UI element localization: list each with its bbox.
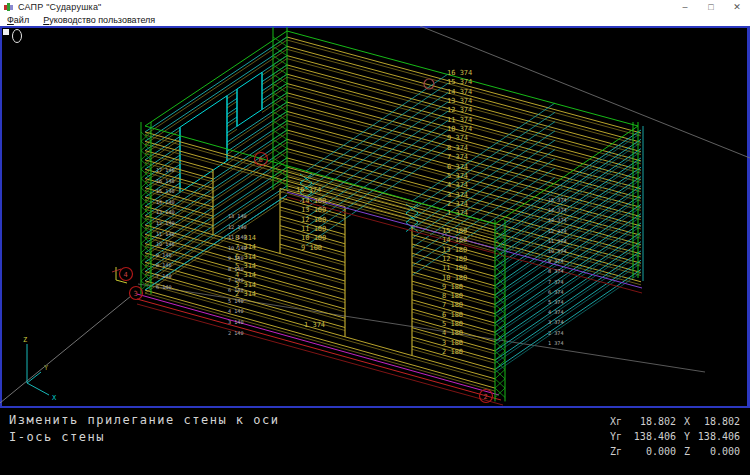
right-wall-row-label: 7 374 [548, 279, 564, 285]
left-wall-row-label: 9 140 [156, 252, 172, 258]
left-wall-course [227, 126, 237, 133]
front-wall-row-label: 9 100 [301, 244, 322, 252]
front-wall-row-label: 4 180 [442, 329, 463, 337]
left-wall-row-label: 14 140 [156, 199, 175, 205]
left-wall-course [227, 111, 237, 118]
front-wall-bottom-label: 1 374 [304, 321, 325, 329]
right-wall-row-label: 5 374 [548, 299, 564, 305]
window-edge [237, 110, 262, 127]
left-wall-row-label: 2 140 [228, 330, 244, 336]
left-wall-row-label: 7 140 [228, 277, 244, 283]
right-wall-row-label: 11 374 [548, 238, 567, 244]
axis-marker-label: 4 [123, 271, 127, 279]
front-wall-row-label: 15 180 [442, 227, 467, 235]
back-wall-row-label: 16 374 [447, 69, 472, 77]
front-wall-top-label: 16 374 [296, 186, 321, 194]
app-window: САПР "Сударушка" – □ ✕ Файл Руководство … [0, 0, 750, 475]
front-wall-row-label: 6 180 [442, 311, 463, 319]
left-wall-course [227, 98, 237, 105]
wall-top-edge [145, 31, 287, 126]
front-wall-row-label: 5 180 [442, 320, 463, 328]
coord-y-row: Yг138.406 Y138.406 [610, 429, 740, 444]
left-wall-row-label: 7 140 [156, 273, 172, 279]
left-wall-row-label: 3 140 [228, 319, 244, 325]
left-wall-row-label: 13 140 [156, 209, 175, 215]
cad-viewport[interactable]: 16 37415 37414 37413 37412 37411 37410 3… [0, 26, 750, 408]
wireframe-drawing[interactable]: 16 37415 37414 37413 37412 37411 37410 3… [0, 26, 750, 408]
right-wall-course [495, 273, 641, 373]
right-wall-row-label: 9 374 [548, 258, 564, 264]
menu-user-guide[interactable]: Руководство пользователя [36, 15, 162, 25]
back-wall-row-label: 9 374 [447, 134, 468, 142]
back-wall-row-label: 6 374 [447, 163, 468, 171]
back-wall-row-label: 13 374 [447, 97, 472, 105]
left-wall-course [227, 117, 237, 124]
left-wall-course [145, 49, 287, 144]
right-wall-row-label: 10 374 [548, 248, 567, 254]
close-button[interactable]: ✕ [724, 0, 750, 14]
status-bar: Изменить прилегание стены к осиI-ось сте… [0, 408, 750, 475]
left-wall-row-label: 5 140 [228, 298, 244, 304]
window-title: САПР "Сударушка" [18, 2, 102, 12]
minimize-button[interactable]: – [672, 0, 698, 14]
front-wall-row-label: 10 180 [442, 274, 467, 282]
left-wall-course [227, 120, 237, 127]
front-wall-row-label: 7 180 [442, 301, 463, 309]
left-wall-row-label: 6 140 [156, 284, 172, 290]
axis-marker-label: 2 [483, 393, 487, 401]
command-prompt: Изменить прилегание стены к осиI-ось сте… [9, 412, 279, 446]
right-wall-course [495, 214, 641, 314]
ucs-x-label: X [52, 394, 57, 402]
menu-bar: Файл Руководство пользователя [0, 14, 750, 26]
left-wall-row-label: 12 140 [156, 220, 175, 226]
right-wall-row-label: 3 374 [548, 319, 564, 325]
back-wall-row-label: 2 374 [447, 200, 468, 208]
back-wall-row-label: 14 374 [447, 88, 472, 96]
back-wall-row-label: 3 374 [447, 191, 468, 199]
left-wall-course [145, 37, 287, 132]
right-wall-row-label: 6 374 [548, 289, 564, 295]
prompt-line-1: Изменить прилегание стены к оси [9, 413, 279, 427]
back-wall-row-label: 12 374 [447, 106, 472, 114]
prompt-line-2: I-ось стены [9, 430, 105, 444]
back-wall-row-label: 15 374 [447, 78, 472, 86]
front-wall-row-label: 3 180 [442, 339, 463, 347]
app-icon [4, 3, 13, 12]
axis-marker-label: 3 [133, 290, 137, 298]
window-edge [180, 96, 227, 127]
right-wall-course [495, 242, 641, 342]
left-wall-row-label: 8 140 [228, 266, 244, 272]
right-wall-row-label: 4 374 [548, 309, 564, 315]
right-wall-course [495, 195, 641, 295]
right-wall-course [495, 263, 641, 363]
left-wall-row-label: 6 140 [228, 287, 244, 293]
menu-file[interactable]: Файл [0, 15, 36, 25]
left-wall-course [227, 129, 237, 136]
axis-line [0, 296, 131, 403]
front-wall-row-label: 11 180 [442, 264, 467, 272]
right-wall-course [495, 254, 641, 354]
left-wall-row-label: 4 140 [228, 308, 244, 314]
left-wall-row-label: 16 140 [156, 178, 175, 184]
right-wall-row-label: 13 374 [548, 217, 567, 223]
left-wall-row-label: 17 140 [156, 167, 175, 173]
right-wall-row-label: 8 374 [548, 268, 564, 274]
right-wall-row-label: 12 374 [548, 228, 567, 234]
layer-zero-indicator [13, 30, 22, 43]
maximize-button[interactable]: □ [698, 0, 724, 14]
left-wall-row-label: 10 140 [228, 245, 247, 251]
right-wall-row-label: 15 374 [548, 197, 567, 203]
front-wall-row-label: 13 100 [301, 206, 326, 214]
right-wall-row-label: 2 374 [548, 330, 564, 336]
right-wall-course [495, 260, 641, 360]
left-wall-course [227, 108, 237, 115]
title-bar: САПР "Сударушка" – □ ✕ [0, 0, 750, 14]
coord-z-row: Zг0.000 Z0.000 [610, 444, 740, 459]
coordinate-readout: Xг18.802 X18.802 Yг138.406 Y138.406 Zг0.… [610, 414, 740, 459]
left-wall-course [227, 92, 237, 99]
back-wall-row-label: 5 374 [447, 172, 468, 180]
ucs-y-label: Y [44, 364, 49, 372]
ucs-z-label: Z [23, 336, 27, 344]
cursor-indicator [3, 29, 9, 35]
axis-marker-label: 6 [258, 156, 262, 164]
